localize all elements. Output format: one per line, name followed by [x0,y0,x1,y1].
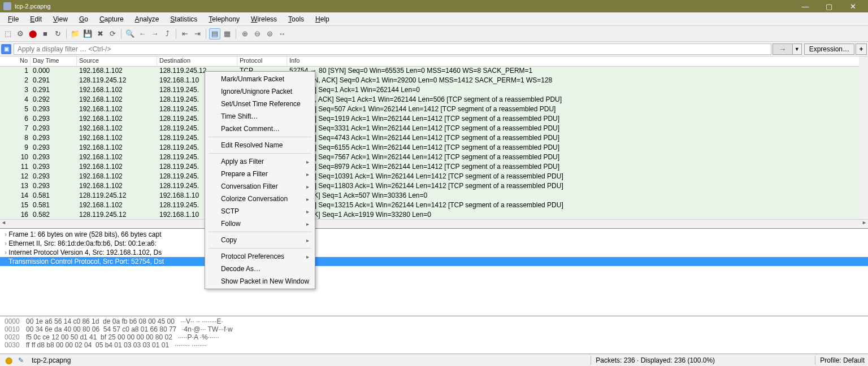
save-icon[interactable]: 💾 [82,28,93,40]
col-info[interactable]: Info [287,56,868,66]
separator [121,29,121,39]
col-daytime[interactable]: Day Time [31,56,77,66]
restart-icon[interactable]: ↻ [52,28,63,40]
menu-wireless[interactable]: Wireless [245,14,283,24]
col-destination[interactable]: Destination [157,56,237,66]
reload-icon[interactable]: ⟳ [107,28,118,40]
packet-row[interactable]: 10.000192.168.1.102128.119.245.12TCP5275… [0,67,868,76]
context-show-packet-in-new-window[interactable]: Show Packet in New Window [206,275,314,287]
packet-row[interactable]: 50.293192.168.1.102128.119.245.80 [ACK] … [0,105,868,115]
goto-icon[interactable]: ⤴ [162,28,173,40]
close-file-icon[interactable]: ✖ [94,28,106,40]
col-protocol[interactable]: Protocol [237,56,287,66]
status-packets: Packets: 236 · Displayed: 236 (100.0%) [596,356,810,364]
last-icon[interactable]: ⇥ [192,28,203,40]
context-follow[interactable]: Follow [206,217,314,230]
colorize-icon[interactable]: ▦ [222,28,233,40]
detail-line[interactable]: Internet Protocol Version 4, Src: 192.16… [0,248,868,257]
packet-row[interactable]: 70.293192.168.1.102128.119.245.80 [ACK] … [0,124,868,134]
col-no[interactable]: No [0,56,31,66]
menu-file[interactable]: File [2,14,24,24]
horizontal-scrollbar[interactable] [0,219,868,228]
interfaces-icon[interactable]: ⬚ [2,28,14,40]
add-filter-button[interactable]: + [856,43,867,55]
menu-statistics[interactable]: Statistics [164,14,203,24]
hex-view[interactable]: 000000 1e a6 56 14 c0 86 1d de 0a fb b6 … [0,316,868,354]
expression-button[interactable]: Expression… [804,43,854,55]
packet-row[interactable]: 110.293192.168.1.102128.119.245.80 [ACK]… [0,163,868,172]
detail-line[interactable]: Ethernet II, Src: 86:1d:de:0a:fb:b6, Dst… [0,239,868,248]
packet-row[interactable]: 40.292192.168.1.102128.119.245.80 [PSH, … [0,95,868,105]
menu-help[interactable]: Help [310,14,335,24]
close-button[interactable]: ✕ [841,0,865,12]
apply-filter-button[interactable]: → [772,43,793,55]
packet-row[interactable]: 130.293192.168.1.102128.119.245.80 [ACK]… [0,182,868,191]
packet-row[interactable]: 150.581192.168.1.102128.119.245.80 [ACK]… [0,201,868,211]
context-menu[interactable]: Mark/Unmark PacketIgnore/Unignore Packet… [205,71,315,289]
packet-row[interactable]: 20.291128.119.245.12192.168.1.10754 [SYN… [0,76,868,86]
zoomin-icon[interactable]: ⊕ [239,28,250,40]
zoomout-icon[interactable]: ⊖ [251,28,263,40]
capture-file-icon[interactable]: ✎ [16,355,26,365]
packet-row[interactable]: 120.293192.168.1.102128.119.245.80 [ACK]… [0,172,868,182]
packet-details[interactable]: Frame 1: 66 bytes on wire (528 bits), 66… [0,228,868,316]
status-profile[interactable]: Profile: Default [820,356,865,364]
menu-go[interactable]: Go [73,14,94,24]
menu-telephony[interactable]: Telephony [203,14,245,24]
context-sctp[interactable]: SCTP [206,205,314,217]
packet-row[interactable]: 90.293192.168.1.102128.119.245.80 [ACK] … [0,143,868,153]
hex-line[interactable]: 001000 34 6e da 40 00 80 06 54 57 c0 a8 … [5,325,863,333]
hex-line[interactable]: 0030ff ff d8 b8 00 00 02 04 05 b4 01 03 … [5,341,863,349]
autoscroll-icon[interactable]: ▤ [209,28,220,40]
context-copy[interactable]: Copy [206,234,314,246]
zoomreset-icon[interactable]: ⊜ [264,28,275,40]
context-decode-as-[interactable]: Decode As… [206,263,314,275]
hex-line[interactable]: 000000 1e a6 56 14 c0 86 1d de 0a fb b6 … [5,317,863,325]
context-set-unset-time-reference[interactable]: Set/Unset Time Reference [206,98,314,110]
maximize-button[interactable]: ▢ [817,0,841,12]
minimize-button[interactable]: — [793,0,817,12]
vertical-scrollbar[interactable] [859,56,868,219]
display-filter-input[interactable] [14,43,771,55]
start-capture-icon[interactable]: ⬤ [27,28,38,40]
next-icon[interactable]: → [149,28,160,40]
resize-icon[interactable]: ↔ [276,28,288,40]
packet-list-header: No Day Time Source Destination Protocol … [0,56,868,67]
col-source[interactable]: Source [77,56,157,66]
menu-edit[interactable]: Edit [24,14,47,24]
packet-row[interactable]: 80.293192.168.1.102128.119.245.80 [ACK] … [0,134,868,143]
expert-info-icon[interactable]: ⬤ [3,355,14,365]
packet-row[interactable]: 30.291192.168.1.102128.119.245.80 [ACK] … [0,86,868,95]
packet-list[interactable]: No Day Time Source Destination Protocol … [0,56,868,219]
detail-line[interactable]: Transmission Control Protocol, Src Port:… [0,257,868,266]
menu-analyze[interactable]: Analyze [129,14,165,24]
packet-row[interactable]: 60.293192.168.1.102128.119.245.80 [ACK] … [0,115,868,124]
detail-line[interactable]: Frame 1: 66 bytes on wire (528 bits), 66… [0,230,868,239]
context-ignore-unignore-packet[interactable]: Ignore/Unignore Packet [206,85,314,98]
menu-tools[interactable]: Tools [283,14,310,24]
packet-row[interactable]: 140.581128.119.245.12192.168.1.10754 [AC… [0,191,868,201]
prev-icon[interactable]: ← [137,28,148,40]
context-prepare-a-filter[interactable]: Prepare a Filter [206,168,314,180]
context-colorize-conversation[interactable]: Colorize Conversation [206,193,314,205]
context-time-shift-[interactable]: Time Shift… [206,110,314,123]
filter-history-button[interactable]: ▼ [793,43,802,55]
packet-row[interactable]: 160.582128.119.245.12192.168.1.10754 [AC… [0,211,868,219]
find-icon[interactable]: 🔍 [124,28,136,40]
menu-view[interactable]: View [47,14,73,24]
context-protocol-preferences[interactable]: Protocol Preferences [206,250,314,263]
context-mark-unmark-packet[interactable]: Mark/Unmark Packet [206,73,314,85]
stop-icon[interactable]: ■ [40,28,51,40]
context-apply-as-filter[interactable]: Apply as Filter [206,155,314,168]
bookmark-icon[interactable]: ▣ [1,44,11,54]
options-icon[interactable]: ⚙ [15,28,26,40]
open-icon[interactable]: 📁 [70,28,81,40]
context-edit-resolved-name[interactable]: Edit Resolved Name [206,139,314,151]
context-conversation-filter[interactable]: Conversation Filter [206,180,314,193]
menu-capture[interactable]: Capture [94,14,129,24]
packet-row[interactable]: 100.293192.168.1.102128.119.245.80 [ACK]… [0,153,868,163]
context-packet-comment-[interactable]: Packet Comment… [206,123,314,135]
hex-line[interactable]: 0020f5 0c ce 12 00 50 d1 41 bf 25 00 00 … [5,333,863,341]
first-icon[interactable]: ⇤ [179,28,190,40]
filter-bar: ▣ → ▼ Expression… + [0,42,868,56]
